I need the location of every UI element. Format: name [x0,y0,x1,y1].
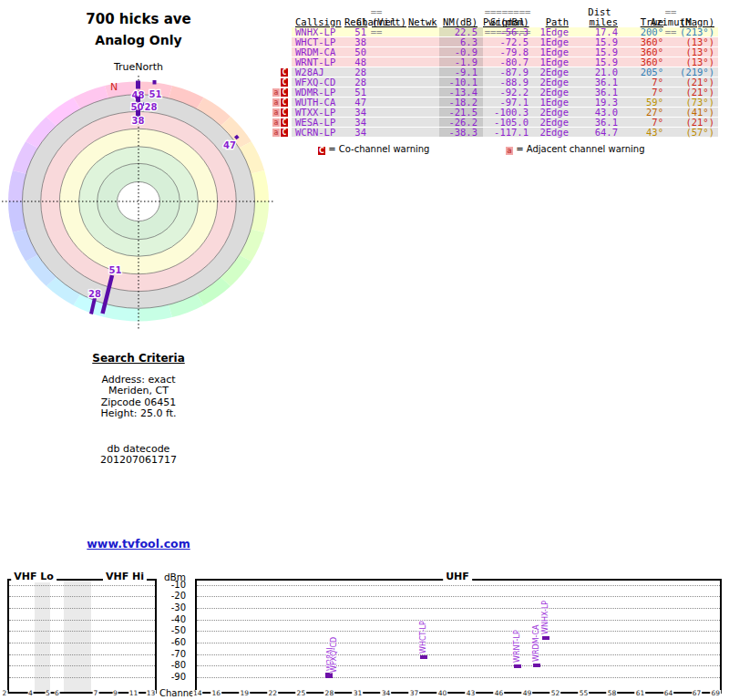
channel-tick-label: 61 [635,690,646,697]
channel-tick-label: 52 [550,690,561,697]
channel-tick-label: 13 [146,690,157,697]
signal-spectrum-chart: -10-20-30-40-50-60-70-80-90VHF LoVHF HiU… [0,0,729,700]
dbm-tick-label: -80 [157,661,186,670]
channel-tick-label: 58 [607,690,618,697]
dbm-gridline [9,620,155,621]
spectrum-station-label: WNHX-LP [541,601,549,634]
dbm-gridline [197,643,720,643]
channel-tick-label: 37 [409,690,420,697]
channel-tick-label: 31 [353,690,364,697]
dbm-tick-label: -70 [157,650,186,659]
dbm-gridline [197,608,720,609]
channel-tick-label: 64 [663,690,674,697]
channel-tick-label: 69 [710,690,721,697]
channel-axis-label: Channel [159,688,194,698]
channel-tick-label: 46 [494,690,505,697]
channel-tick-label: 7 [93,690,99,697]
vhf-lo-label: VHF Lo [11,571,56,582]
dbm-gridline [197,631,720,632]
dbm-gridline [197,654,720,655]
spectrum-station-bar [420,655,427,659]
channel-tick-label: 34 [381,690,392,697]
dbm-gridline [9,585,155,586]
dbm-gridline [197,677,720,678]
spectrum-station-bar [325,674,333,678]
dbm-gridline [9,631,155,632]
channel-tick-label: 4 [27,690,34,697]
dbm-tick-label: -60 [157,638,186,647]
dbm-tick-label: -40 [157,615,186,624]
spectrum-station-bar [533,664,540,667]
uhf-label: UHF [443,571,472,582]
channel-tick-label: 2 [2,690,8,697]
dbm-axis-label: dBm [157,572,186,582]
vhf-hi-label: VHF Hi [103,571,147,582]
channel-tick-label: 5 [45,690,51,697]
dbm-gridline [197,585,720,586]
channel-tick-label: 22 [268,690,279,697]
dbm-gridline [197,596,720,597]
channel-tick-label: 40 [437,690,448,697]
spectrum-station-label: WHCT-LP [419,621,427,654]
dbm-gridline [9,596,155,597]
dbm-gridline [9,643,155,643]
dbm-gridline [9,665,155,666]
channel-tick-label: 49 [522,690,533,697]
channel-tick-label: 67 [692,690,703,697]
spectrum-station-bar [514,664,521,668]
channel-tick-label: 25 [296,690,307,697]
dbm-gridline [197,620,720,621]
dbm-tick-label: -30 [157,603,186,612]
channel-tick-label: 28 [324,690,335,697]
dbm-gridline [9,677,155,678]
dbm-tick-label: -20 [157,592,186,601]
channel-tick-label: 16 [211,690,222,697]
channel-tick-label: 11 [128,690,139,697]
spectrum-station-label: WRDM-CA [532,625,540,662]
dbm-gridline [9,654,155,655]
channel-tick-label: 19 [240,690,251,697]
spectrum-station-bar [542,636,549,640]
channel-tick-label: 55 [579,690,590,697]
dbm-gridline [197,665,720,666]
dbm-gridline [9,608,155,609]
channel-tick-label: 6 [54,690,60,697]
dbm-tick-label: -90 [157,673,186,682]
dbm-tick-label: -50 [157,626,186,635]
channel-tick-label: 43 [466,690,477,697]
spectrum-station-label: WFXQ-CD [330,636,338,672]
channel-tick-label: 9 [112,690,118,697]
channel-tick-label: 14 [192,690,203,697]
spectrum-station-label: WRNT-LP [513,630,521,663]
